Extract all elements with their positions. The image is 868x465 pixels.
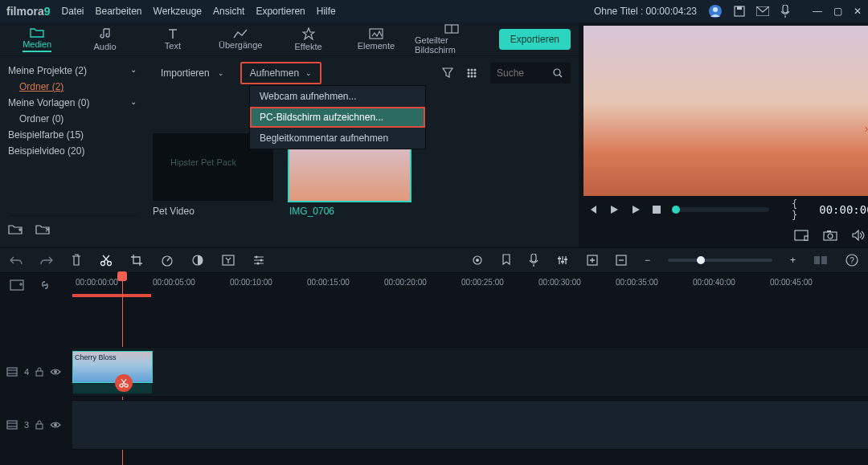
- transport-bar: { } 00:00:00:00: [579, 196, 868, 223]
- svg-point-12: [471, 72, 473, 75]
- tab-media[interactable]: Medien: [8, 27, 66, 52]
- markers-label[interactable]: { }: [792, 198, 808, 221]
- remove-folder-icon[interactable]: [35, 223, 50, 235]
- minimize-button[interactable]: —: [813, 6, 822, 17]
- record-screen[interactable]: PC-Bildschirm aufzeichnen...: [250, 107, 425, 128]
- search-input[interactable]: [490, 63, 571, 84]
- add-folder-icon[interactable]: [8, 223, 23, 235]
- library-video[interactable]: Beispielvideo (20): [8, 143, 137, 159]
- zoom-slider[interactable]: [668, 259, 772, 262]
- search-icon: [553, 68, 563, 78]
- menu-help[interactable]: Hilfe: [317, 6, 336, 17]
- text-icon: [167, 28, 178, 39]
- undo-icon[interactable]: [10, 255, 23, 266]
- redo-icon[interactable]: [40, 255, 53, 266]
- mic-icon[interactable]: [780, 5, 790, 18]
- render-icon[interactable]: [471, 254, 484, 267]
- svg-rect-51: [36, 424, 43, 429]
- crop-icon[interactable]: [130, 254, 143, 267]
- tab-effects[interactable]: Effekte: [279, 27, 337, 51]
- tab-text[interactable]: Text: [144, 28, 202, 51]
- zoom-fit-icon[interactable]: [813, 255, 828, 265]
- svg-rect-18: [653, 206, 661, 214]
- eye-icon[interactable]: [50, 421, 61, 429]
- library-folder-2[interactable]: Ordner (2): [8, 79, 137, 95]
- timeline-mode-icon[interactable]: [10, 279, 24, 291]
- menu-edit[interactable]: Bearbeiten: [96, 6, 142, 17]
- tab-splitscreen[interactable]: Geteilter Bildschirm: [415, 24, 489, 55]
- menu-view[interactable]: Ansicht: [213, 6, 244, 17]
- save-icon[interactable]: [734, 6, 745, 17]
- adjust-icon[interactable]: [252, 255, 265, 266]
- menu-file[interactable]: Datei: [61, 6, 84, 17]
- menu-tools[interactable]: Werkzeuge: [154, 6, 202, 17]
- color-icon[interactable]: [191, 254, 204, 267]
- zoom-in-icon[interactable]: +: [790, 255, 796, 266]
- quality-icon[interactable]: [794, 230, 809, 241]
- title-bar: filmora9 Datei Bearbeiten Werkzeuge Ansi…: [0, 0, 868, 22]
- app-logo: filmora9: [6, 5, 50, 18]
- clip-cherry-bloss[interactable]: Cherry Bloss: [72, 351, 153, 383]
- play2-button[interactable]: [630, 204, 641, 215]
- svg-point-31: [257, 263, 260, 265]
- library-folder-0[interactable]: Ordner (0): [8, 111, 137, 127]
- svg-point-52: [54, 423, 57, 426]
- close-button[interactable]: ✕: [854, 6, 862, 17]
- scissors-icon[interactable]: [115, 374, 133, 392]
- grid-icon[interactable]: [466, 67, 477, 79]
- stop-button[interactable]: [652, 205, 661, 214]
- split-tool-icon[interactable]: [100, 254, 113, 267]
- svg-point-22: [828, 234, 833, 239]
- play-button[interactable]: [608, 204, 619, 215]
- export-button[interactable]: Exportieren: [499, 29, 571, 50]
- snapshot-icon[interactable]: [823, 230, 837, 241]
- record-button[interactable]: Aufnehmen ⌄: [240, 62, 321, 84]
- record-voice-icon[interactable]: [529, 254, 538, 267]
- svg-rect-37: [564, 259, 567, 260]
- add-track-icon[interactable]: [587, 255, 598, 266]
- account-icon[interactable]: [708, 4, 723, 18]
- prev-frame-button[interactable]: [587, 204, 597, 215]
- svg-point-1: [713, 7, 718, 12]
- library-templates[interactable]: Meine Vorlagen (0)⌄: [8, 95, 137, 111]
- eye-icon[interactable]: [50, 368, 61, 376]
- work-region[interactable]: [72, 294, 151, 297]
- svg-rect-45: [7, 368, 17, 376]
- record-webcam[interactable]: Webcam aufnehmen...: [250, 86, 425, 107]
- volume-icon[interactable]: [852, 230, 865, 241]
- library-color[interactable]: Beispielfarbe (15): [8, 127, 137, 143]
- tab-audio[interactable]: Audio: [76, 27, 133, 51]
- record-voiceover[interactable]: Begleitkommentar aufnehmen: [250, 128, 425, 149]
- delete-icon[interactable]: [71, 254, 82, 267]
- greenscreen-icon[interactable]: [222, 255, 235, 266]
- tab-transitions[interactable]: Übergänge: [211, 29, 269, 50]
- lock-icon[interactable]: [35, 367, 43, 377]
- preview-monitor[interactable]: › ‿ ‹: [583, 26, 868, 196]
- svg-point-30: [260, 259, 263, 262]
- svg-point-14: [468, 75, 470, 78]
- lock-icon[interactable]: [35, 420, 43, 430]
- link-icon[interactable]: [39, 279, 51, 292]
- svg-point-17: [554, 69, 560, 75]
- svg-point-9: [471, 69, 473, 71]
- help-icon[interactable]: ?: [845, 254, 858, 267]
- tab-elements[interactable]: Elemente: [347, 28, 405, 51]
- speed-icon[interactable]: [161, 254, 174, 267]
- svg-rect-5: [783, 5, 788, 13]
- remove-track-icon[interactable]: [616, 255, 627, 266]
- svg-rect-46: [36, 371, 43, 376]
- library-projects[interactable]: Meine Projekte (2)⌄: [8, 63, 137, 79]
- mixer-icon[interactable]: [556, 255, 569, 266]
- marker-icon[interactable]: [502, 254, 511, 267]
- svg-point-8: [468, 69, 470, 71]
- mail-icon[interactable]: [756, 6, 769, 16]
- main-tabs: Medien Audio Text Übergänge Effekte Elem…: [0, 22, 579, 56]
- time-ruler[interactable]: 00:00:00:00 00:00:05:00 00:00:10:00 00:0…: [72, 273, 868, 297]
- zoom-out-icon[interactable]: −: [645, 255, 650, 266]
- maximize-button[interactable]: ▢: [833, 6, 842, 17]
- filter-icon[interactable]: [442, 67, 453, 79]
- import-button[interactable]: Importieren ⌄: [153, 63, 232, 83]
- music-icon: [99, 27, 112, 40]
- menu-export[interactable]: Exportieren: [256, 6, 305, 17]
- seek-slider[interactable]: [672, 207, 769, 212]
